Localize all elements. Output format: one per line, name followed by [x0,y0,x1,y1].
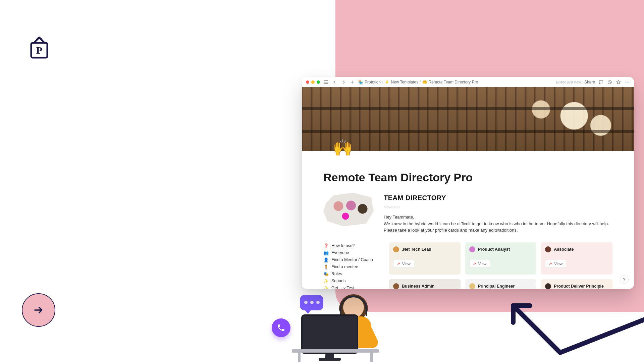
avatar [545,283,551,289]
arrow-right-icon [33,304,44,316]
open-icon: ↗ [549,261,552,266]
intro-signature-decoration: ~~~~~ [384,203,612,212]
role-card-title: Product Analyst [478,247,510,252]
breadcrumb-separator: / [420,80,421,84]
view-button[interactable]: ↗View [393,260,414,268]
team-photo-illustration [323,193,374,226]
nav-link[interactable]: 🧍Find a mentee [323,263,380,270]
view-button[interactable]: ↗View [469,260,490,268]
monitor-illustration [301,314,358,354]
role-card-header: Product Deliver Principle [545,283,608,289]
avatar [469,246,475,252]
role-card-title: Product Deliver Principle [554,284,604,289]
call-icon [272,318,290,337]
nav-link-icon: 🧍 [323,264,329,269]
open-icon: ↗ [473,261,476,266]
forward-button[interactable] [341,79,346,85]
prototion-logo: P [29,34,50,60]
chat-bubble-icon [300,295,323,310]
nav-link-label: How to use? [331,243,355,248]
role-card[interactable]: Principal Engineer [465,279,537,289]
breadcrumb: 🏪Prototion / ⚡New Templates / 🤲Remote Te… [358,80,478,84]
view-button[interactable]: ↗View [545,260,566,268]
role-card-title: .Net Tech Lead [402,247,431,252]
role-card-title: Business Admin [402,284,434,289]
page-title: Remote Team Directory Pro [323,171,612,184]
role-card[interactable]: Business Admin [389,279,461,289]
nav-link-label: Find a Mentor / Coach [331,257,373,262]
breadcrumb-icon: 🏪 [358,80,363,84]
nav-link[interactable]: ✨Get …y Test [323,285,380,289]
avatar [393,283,399,289]
back-button[interactable] [332,79,337,85]
role-card-title: Principal Engineer [478,284,515,289]
more-icon[interactable] [625,79,630,85]
sidebar-toggle-icon[interactable] [323,79,329,85]
nav-link[interactable]: 👥Everyone [323,249,380,256]
next-button[interactable] [22,293,55,327]
breadcrumb-label: Prototion [365,80,381,84]
support-illustration [265,285,379,362]
nav-link-label: Get …y Test [331,286,355,289]
roles-board: .Net Tech Lead↗ViewProduct Analyst↗ViewA… [389,242,612,289]
breadcrumb-separator: / [382,80,383,84]
nav-link[interactable]: 🎭Roles [323,270,380,278]
decorative-arrow-icon [506,299,644,359]
notion-window: 🏪Prototion / ⚡New Templates / 🤲Remote Te… [302,77,634,289]
nav-link-icon: 🎭 [323,272,329,277]
nav-link-icon: ✨ [323,286,329,289]
intro-heading: TEAM DIRECTORY [384,193,612,203]
avatar [469,283,475,289]
intro-greeting: Hey Teammate, [384,214,612,221]
role-card-header: Associate [545,246,608,252]
svg-point-3 [625,81,626,82]
svg-point-4 [627,81,628,82]
nav-link-label: Squads [331,279,345,283]
nav-link-label: Everyone [331,250,349,255]
role-card-header: Product Analyst [469,246,533,252]
role-card[interactable]: Associate↗View [541,242,612,275]
view-button-label: View [402,262,411,266]
share-button[interactable]: Share [584,80,595,84]
clock-icon[interactable] [607,79,612,85]
page-icon[interactable]: 🙌 [332,137,354,158]
view-button-label: View [478,262,487,266]
window-toolbar: 🏪Prototion / ⚡New Templates / 🤲Remote Te… [302,77,634,87]
role-card[interactable]: Product Analyst↗View [465,242,537,275]
nav-link-icon: 👥 [323,250,329,255]
breadcrumb-label: Remote Team Directory Pro [429,80,478,84]
breadcrumb-icon: ⚡ [384,80,389,84]
role-card-header: .Net Tech Lead [393,246,457,252]
edited-status: Edited just now [556,80,581,84]
role-card-header: Business Admin [393,283,457,289]
comments-icon[interactable] [598,79,604,85]
avatar [393,246,399,252]
intro-body: We know in the hybrid world it can be di… [384,221,612,234]
nav-link[interactable]: ❓How to use? [323,242,380,249]
role-card[interactable]: Product Deliver Principle [541,279,612,289]
nav-link-icon: ✨ [323,279,329,284]
nav-link-label: Roles [331,272,342,276]
role-card[interactable]: .Net Tech Lead↗View [389,242,461,275]
nav-link-icon: ❓ [323,243,329,248]
breadcrumb-item[interactable]: 🤲Remote Team Directory Pro [422,80,478,84]
nav-link[interactable]: 👤Find a Mentor / Coach [323,256,380,263]
traffic-lights[interactable] [306,80,320,84]
intro-block: TEAM DIRECTORY ~~~~~ Hey Teammate, We kn… [323,193,612,234]
breadcrumb-label: New Templates [391,80,418,84]
breadcrumb-item[interactable]: 🏪Prototion [358,80,381,84]
new-tab-button[interactable] [350,79,355,85]
nav-link[interactable]: ✨Squads [323,278,380,285]
nav-link-icon: 👤 [323,257,329,262]
page-nav: ❓How to use?👥Everyone👤Find a Mentor / Co… [323,242,380,289]
svg-point-5 [628,81,629,82]
breadcrumb-item[interactable]: ⚡New Templates [384,80,418,84]
avatar [545,246,551,252]
help-fab[interactable]: ? [620,275,629,284]
role-card-title: Associate [554,247,574,252]
svg-text:P: P [36,45,42,56]
star-icon[interactable] [616,79,621,85]
view-button-label: View [554,262,562,266]
open-icon: ↗ [397,261,400,266]
breadcrumb-icon: 🤲 [422,80,427,84]
